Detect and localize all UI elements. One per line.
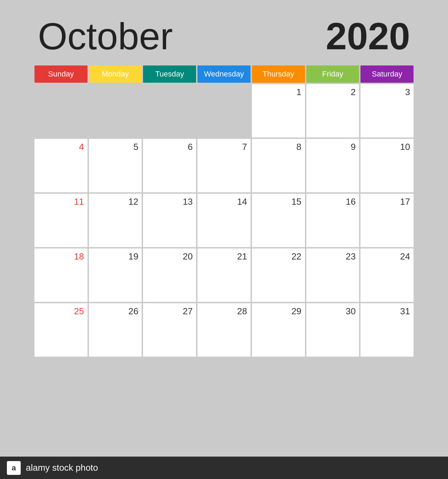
day-cell: 28: [197, 303, 251, 357]
day-number: 8: [255, 142, 302, 152]
day-number: 17: [364, 196, 410, 207]
day-number: 28: [201, 306, 247, 317]
day-cell: 20: [143, 248, 196, 302]
day-cell: 22: [252, 248, 305, 302]
day-cell: 3: [360, 84, 414, 137]
day-number: 15: [255, 196, 302, 207]
day-number: 20: [146, 251, 193, 262]
day-cell: 7: [197, 139, 251, 192]
day-header-friday: Friday: [306, 65, 359, 83]
day-header-saturday: Saturday: [360, 65, 414, 83]
day-number: 16: [310, 196, 356, 207]
day-number: 31: [364, 306, 410, 317]
day-number: 19: [92, 251, 139, 262]
day-cell: 13: [143, 194, 196, 247]
day-cell: 24: [360, 248, 414, 302]
day-header-thursday: Thursday: [252, 65, 305, 83]
day-header-wednesday: Wednesday: [197, 65, 251, 83]
day-number: 30: [310, 306, 356, 317]
footer-text: alamy stock photo: [26, 462, 98, 473]
day-cell: 16: [306, 194, 359, 247]
day-cell: 17: [360, 194, 414, 247]
day-cell: 2: [306, 84, 359, 137]
day-number: 6: [146, 142, 193, 152]
footer-bar: a alamy stock photo: [0, 457, 448, 479]
day-number: 2: [310, 87, 356, 98]
day-cell: 25: [34, 303, 88, 357]
day-number: 1: [255, 87, 302, 98]
day-number: 23: [310, 251, 356, 262]
day-cell: 11: [34, 194, 88, 247]
day-cell: 8: [252, 139, 305, 192]
day-cell: 9: [306, 139, 359, 192]
day-number: 21: [201, 251, 247, 262]
day-number: 14: [201, 196, 247, 207]
day-cell: 14: [197, 194, 251, 247]
calendar-grid: 1234567891011121314151617181920212223242…: [34, 84, 414, 357]
alamy-logo: a: [7, 461, 21, 475]
day-cell: 12: [89, 194, 142, 247]
day-cell: 5: [89, 139, 142, 192]
day-number: 22: [255, 251, 302, 262]
day-cell: 29: [252, 303, 305, 357]
day-cell: 15: [252, 194, 305, 247]
day-number: 4: [38, 142, 84, 152]
day-cell: 31: [360, 303, 414, 357]
day-number: 27: [146, 306, 193, 317]
calendar-container: October 2020 SundayMondayTuesdayWednesda…: [34, 17, 414, 357]
day-cell: 1: [252, 84, 305, 137]
day-cell: 27: [143, 303, 196, 357]
day-cell: 10: [360, 139, 414, 192]
day-number: 9: [310, 142, 356, 152]
day-header-monday: Monday: [89, 65, 142, 83]
day-headers: SundayMondayTuesdayWednesdayThursdayFrid…: [34, 65, 414, 83]
day-cell: 30: [306, 303, 359, 357]
day-number: 29: [255, 306, 302, 317]
day-cell: [143, 84, 196, 137]
day-cell: 18: [34, 248, 88, 302]
day-header-sunday: Sunday: [34, 65, 88, 83]
day-number: 26: [92, 306, 139, 317]
month-title: October: [38, 17, 173, 55]
day-cell: 21: [197, 248, 251, 302]
day-cell: 19: [89, 248, 142, 302]
day-number: 12: [92, 196, 139, 207]
day-number: 5: [92, 142, 139, 152]
day-number: 10: [364, 142, 410, 152]
day-cell: 4: [34, 139, 88, 192]
day-cell: [197, 84, 251, 137]
day-number: 13: [146, 196, 193, 207]
day-number: 11: [38, 196, 84, 207]
day-cell: 6: [143, 139, 196, 192]
day-number: 7: [201, 142, 247, 152]
day-cell: [89, 84, 142, 137]
day-number: 3: [364, 87, 410, 98]
calendar-header: October 2020: [34, 17, 414, 55]
day-header-tuesday: Tuesday: [143, 65, 196, 83]
day-cell: 23: [306, 248, 359, 302]
day-number: 24: [364, 251, 410, 262]
day-cell: [34, 84, 88, 137]
day-number: 25: [38, 306, 84, 317]
day-cell: 26: [89, 303, 142, 357]
year-title: 2020: [326, 17, 410, 55]
day-number: 18: [38, 251, 84, 262]
